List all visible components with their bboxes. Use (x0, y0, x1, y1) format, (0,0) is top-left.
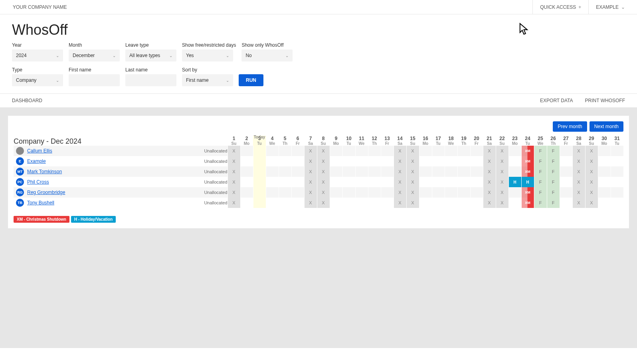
day-cell[interactable] (381, 177, 394, 187)
day-cell[interactable] (253, 146, 266, 156)
day-cell[interactable] (342, 166, 355, 177)
person-link[interactable]: Callum Ellis (27, 148, 52, 154)
day-cell[interactable] (419, 166, 432, 177)
day-cell[interactable] (419, 156, 432, 166)
day-cell[interactable]: X (585, 156, 598, 166)
person-link[interactable]: Tony Bushell (27, 200, 54, 206)
day-cell[interactable] (240, 166, 253, 177)
day-cell[interactable]: F (547, 156, 560, 166)
day-cell[interactable]: H (521, 177, 534, 187)
day-cell[interactable] (598, 146, 611, 156)
day-cell[interactable] (419, 187, 432, 198)
day-cell[interactable]: F (547, 177, 560, 187)
day-cell[interactable]: X (496, 166, 508, 177)
day-cell[interactable] (445, 187, 457, 198)
person-link[interactable]: Example (27, 158, 46, 164)
day-cell[interactable] (432, 187, 445, 198)
last-name-input[interactable] (125, 74, 176, 86)
day-cell[interactable] (330, 156, 342, 166)
leave-type-select[interactable]: All leave types⌄ (125, 49, 176, 61)
day-cell[interactable]: X (406, 156, 419, 166)
day-cell[interactable]: X (394, 177, 406, 187)
day-cell[interactable] (457, 166, 470, 177)
person-link[interactable]: Mark Tomkinson (27, 169, 62, 174)
day-cell[interactable] (445, 156, 457, 166)
day-cell[interactable]: X (228, 156, 240, 166)
day-cell[interactable]: X (585, 146, 598, 156)
day-cell[interactable] (598, 198, 611, 208)
day-cell[interactable]: X (572, 187, 585, 198)
day-cell[interactable] (508, 146, 521, 156)
day-cell[interactable] (266, 156, 279, 166)
day-cell[interactable]: F (534, 177, 547, 187)
day-cell[interactable] (342, 187, 355, 198)
day-cell[interactable] (279, 198, 291, 208)
day-cell[interactable] (291, 198, 304, 208)
day-cell[interactable] (279, 156, 291, 166)
day-cell[interactable] (240, 177, 253, 187)
day-cell[interactable] (240, 187, 253, 198)
day-cell[interactable] (342, 198, 355, 208)
day-cell[interactable] (279, 146, 291, 156)
day-cell[interactable]: F (547, 187, 560, 198)
day-cell[interactable]: X (406, 187, 419, 198)
day-cell[interactable] (470, 198, 483, 208)
day-cell[interactable] (279, 166, 291, 177)
day-cell[interactable]: F (534, 198, 547, 208)
day-cell[interactable]: X (585, 177, 598, 187)
day-cell[interactable]: X (406, 177, 419, 187)
day-cell[interactable]: F (534, 156, 547, 166)
day-cell[interactable]: X (572, 198, 585, 208)
quick-access-button[interactable]: QUICK ACCESS + (532, 0, 588, 14)
day-cell[interactable]: F (534, 187, 547, 198)
day-cell[interactable]: X (394, 166, 406, 177)
day-cell[interactable] (381, 187, 394, 198)
day-cell[interactable] (368, 146, 381, 156)
type-select[interactable]: Company⌄ (12, 74, 63, 86)
day-cell[interactable] (419, 146, 432, 156)
day-cell[interactable] (330, 146, 342, 156)
prev-month-button[interactable]: Prev month (553, 121, 587, 132)
day-cell[interactable]: X (304, 156, 317, 166)
day-cell[interactable]: X (317, 198, 330, 208)
day-cell[interactable] (330, 177, 342, 187)
day-cell[interactable] (470, 146, 483, 156)
day-cell[interactable] (508, 198, 521, 208)
day-cell[interactable] (355, 146, 368, 156)
day-cell[interactable]: X (304, 177, 317, 187)
day-cell[interactable] (240, 156, 253, 166)
day-cell[interactable] (445, 198, 457, 208)
day-cell[interactable] (253, 177, 266, 187)
day-cell[interactable] (560, 166, 572, 177)
day-cell[interactable]: X (483, 198, 496, 208)
day-cell[interactable] (611, 156, 623, 166)
day-cell[interactable] (598, 156, 611, 166)
first-name-input[interactable] (69, 74, 120, 86)
day-cell[interactable] (432, 156, 445, 166)
print-whosoff-link[interactable]: PRINT WHOSOFF (585, 98, 625, 103)
day-cell[interactable] (611, 146, 623, 156)
day-cell[interactable]: X (228, 187, 240, 198)
day-cell[interactable]: X (394, 198, 406, 208)
day-cell[interactable] (342, 146, 355, 156)
day-cell[interactable] (432, 198, 445, 208)
day-cell[interactable] (457, 177, 470, 187)
day-cell[interactable]: H (508, 177, 521, 187)
day-cell[interactable] (611, 187, 623, 198)
day-cell[interactable] (457, 146, 470, 156)
day-cell[interactable] (330, 166, 342, 177)
day-cell[interactable]: X (394, 156, 406, 166)
day-cell[interactable]: X (496, 187, 508, 198)
day-cell[interactable] (253, 187, 266, 198)
person-link[interactable]: Reg Groombridge (27, 190, 65, 195)
day-cell[interactable]: X (317, 146, 330, 156)
day-cell[interactable] (381, 156, 394, 166)
show-only-select[interactable]: No⌄ (241, 49, 293, 61)
year-select[interactable]: 2024⌄ (12, 49, 63, 61)
day-cell[interactable]: X (317, 166, 330, 177)
day-cell[interactable]: X (572, 146, 585, 156)
sort-by-select[interactable]: First name⌄ (182, 74, 233, 86)
day-cell[interactable]: F (534, 166, 547, 177)
day-cell[interactable] (560, 198, 572, 208)
day-cell[interactable]: X (496, 146, 508, 156)
